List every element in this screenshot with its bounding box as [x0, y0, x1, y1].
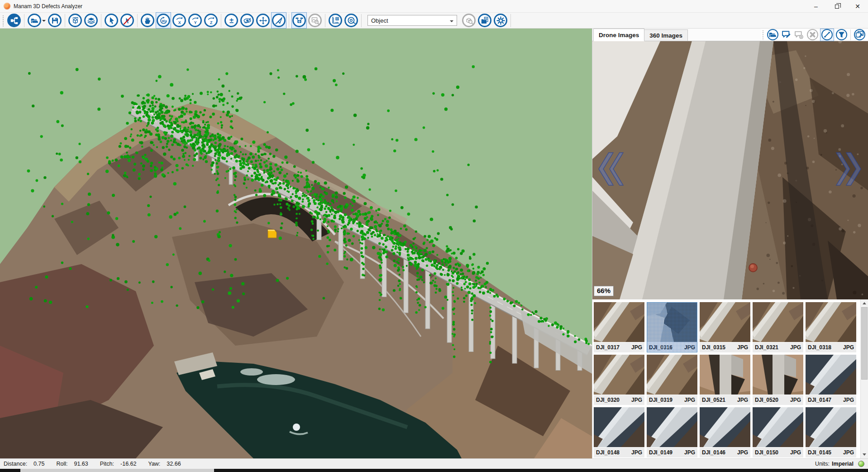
roll-label: Roll:	[56, 461, 67, 467]
thumbnail-DJI_0319[interactable]: DJI_0319JPG	[647, 355, 697, 405]
thumbnail-DJI_0321[interactable]: DJI_0321JPG	[753, 302, 803, 352]
image-panel-toolbar	[761, 29, 868, 41]
thumbnail-DJI_0318[interactable]: DJI_0318JPG	[806, 302, 856, 352]
save-project-button[interactable]	[47, 12, 62, 29]
thumbnail-DJI_0145[interactable]: DJI_0145JPG	[806, 407, 856, 458]
layers-button[interactable]	[83, 12, 99, 29]
tab-360-images[interactable]: 360 Images	[644, 29, 688, 41]
thumbnail-label: DJI_0149JPG	[647, 448, 697, 458]
measure-tape-tool-button[interactable]	[343, 12, 359, 29]
thumbnail-filename: DJI_0520	[755, 397, 778, 403]
reset-3d-view-button[interactable]	[67, 12, 83, 29]
measure-xyz-tool-button[interactable]	[328, 12, 343, 29]
tape-icon	[344, 14, 358, 27]
next-image-button[interactable]	[835, 152, 862, 186]
scroll-down-button[interactable]	[861, 451, 868, 458]
tab-drone-images[interactable]: Drone Images	[593, 29, 644, 41]
thumbnail-filetype: JPG	[684, 449, 695, 456]
thumbnail-filetype: JPG	[790, 449, 801, 456]
open-project-button[interactable]	[27, 12, 47, 29]
yaw-value: 32.66	[167, 461, 181, 467]
save-icon	[48, 14, 62, 27]
comment-remove-icon	[794, 30, 804, 39]
chevron-down-icon	[450, 20, 453, 24]
pan-tool-button[interactable]	[140, 12, 155, 29]
rotate-z-tool-button[interactable]: Z	[203, 12, 219, 29]
toolbar-separator	[24, 14, 24, 27]
thumbnail-filetype: JPG	[843, 397, 854, 403]
rotate-x-tool-button[interactable]: X	[172, 12, 187, 29]
app-icon	[4, 3, 10, 10]
close-button[interactable]: ✕	[847, 0, 868, 12]
filter-images-button[interactable]	[835, 29, 849, 41]
thumbnail-DJI_0320[interactable]: DJI_0320JPG	[594, 355, 644, 405]
main-toolbar: 3DXYZ±Object	[0, 12, 868, 29]
drone-image-preview[interactable]: 66%	[592, 41, 868, 299]
thumbnail-label: DJI_0317JPG	[594, 342, 644, 352]
pitch-value: -16.62	[120, 461, 136, 467]
move-icon	[256, 14, 270, 27]
thumbnail-filetype: JPG	[790, 397, 801, 403]
thumbnail-DJI_0520[interactable]: DJI_0520JPG	[753, 355, 803, 405]
orbit-view-button[interactable]	[239, 12, 255, 29]
rotate-3d-tool-button[interactable]: 3D	[156, 12, 171, 29]
svg-text:±: ±	[229, 16, 233, 25]
rotate-y-tool-button[interactable]: Y	[187, 12, 203, 29]
thumbnail-image	[647, 407, 697, 447]
settings-button[interactable]	[493, 12, 508, 29]
thumbnail-DJI_0316[interactable]: DJI_0316JPG	[647, 302, 697, 352]
move-view-button[interactable]	[255, 12, 271, 29]
titlebar: Manam 3D Defects Analyzer – ✕	[0, 0, 868, 12]
zoom-tool-button[interactable]: ±	[224, 12, 239, 29]
distance-value: 0.75	[33, 461, 44, 467]
previous-image-button[interactable]	[598, 152, 624, 186]
thumbnail-label: DJI_0316JPG	[647, 342, 697, 352]
thumbnail-filename: DJI_0146	[702, 449, 725, 456]
scrollbar-track[interactable]	[861, 380, 868, 451]
measure-on-image-button[interactable]	[820, 29, 834, 41]
thumbnail-label: DJI_0315JPG	[700, 342, 750, 352]
thumbnail-DJI_0146[interactable]: DJI_0146JPG	[700, 407, 750, 458]
thumbnail-filetype: JPG	[631, 344, 642, 351]
zoom-level-badge: 66%	[594, 286, 614, 296]
thumbnail-filename: DJI_0316	[649, 344, 672, 351]
thumbnail-image	[806, 302, 856, 342]
thumbnail-image	[700, 407, 750, 447]
thumbnail-filename: DJI_0149	[649, 449, 672, 456]
thumbnail-DJI_0317[interactable]: DJI_0317JPG	[594, 302, 644, 352]
annotate-comment-button[interactable]	[780, 29, 792, 41]
thumbnail-filetype: JPG	[684, 397, 695, 403]
toolbar-grip[interactable]	[2, 14, 4, 27]
select-tool-button[interactable]	[104, 12, 119, 29]
thumbnail-DJI_0147[interactable]: DJI_0147JPG	[806, 355, 856, 405]
thumbnail-filetype: JPG	[631, 397, 642, 403]
minimize-button[interactable]: –	[806, 0, 826, 12]
panel-toolbar-grip[interactable]	[762, 30, 764, 40]
scrollbar-thumb[interactable]	[861, 307, 868, 380]
restore-button[interactable]	[826, 0, 847, 12]
thumbnail-scrollbar[interactable]	[860, 299, 868, 458]
open-in-window-button[interactable]	[853, 29, 867, 41]
defect-marker[interactable]	[268, 230, 277, 238]
drone-camera-tool-button[interactable]	[291, 12, 307, 29]
thumbnail-DJI_0521[interactable]: DJI_0521JPG	[700, 355, 750, 405]
comment-edit-icon	[782, 30, 791, 39]
thumbnail-DJI_0148[interactable]: DJI_0148JPG	[594, 407, 644, 458]
image-folder-button[interactable]	[766, 29, 780, 41]
thumbnail-DJI_0149[interactable]: DJI_0149JPG	[647, 407, 697, 458]
scroll-up-button[interactable]	[861, 299, 868, 307]
report-button[interactable]	[477, 12, 492, 29]
report-icon	[478, 14, 491, 27]
viewport-3d[interactable]	[0, 29, 592, 458]
thumbnail-label: DJI_0147JPG	[806, 395, 856, 405]
thumbnail-DJI_0150[interactable]: DJI_0150JPG	[753, 407, 803, 458]
project-explorer-button[interactable]	[6, 12, 22, 29]
svg-text:3D: 3D	[162, 19, 166, 23]
thumbnail-DJI_0315[interactable]: DJI_0315JPG	[700, 302, 750, 352]
object-selector[interactable]: Object	[367, 15, 457, 26]
image-panel-header: Drone Images360 Images	[592, 29, 868, 41]
thumbnail-filetype: JPG	[790, 344, 801, 351]
fly-to-tool-button[interactable]	[271, 12, 286, 29]
deselect-tool-button[interactable]	[119, 12, 135, 29]
hand-icon	[141, 14, 154, 27]
